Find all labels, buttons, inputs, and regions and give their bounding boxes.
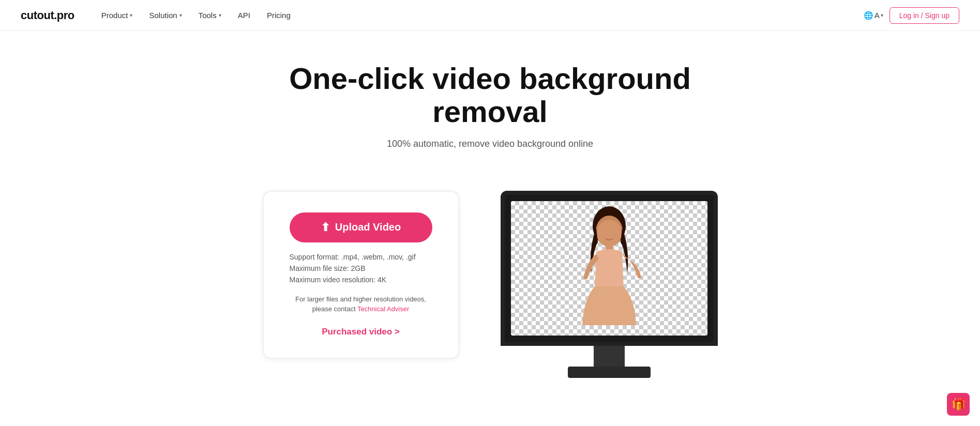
nav-product[interactable]: Product ▾ bbox=[95, 7, 139, 24]
hero-section: One-click video background removal 100% … bbox=[0, 31, 980, 170]
person-figure bbox=[568, 211, 651, 336]
max-file-size-text: Maximum file size: 2GB bbox=[290, 264, 432, 272]
upload-icon: ⬆ bbox=[321, 221, 330, 234]
nav-tools[interactable]: Tools ▾ bbox=[192, 7, 228, 24]
upload-video-button[interactable]: ⬆ Upload Video bbox=[290, 212, 432, 242]
chevron-down-icon: ▾ bbox=[179, 12, 182, 18]
site-logo[interactable]: cutout.pro bbox=[21, 9, 74, 22]
monitor-wrapper bbox=[501, 191, 718, 378]
upload-card: ⬆ Upload Video Support format: .mp4, .we… bbox=[263, 191, 459, 359]
technical-adviser-link[interactable]: Technical Adviser bbox=[357, 305, 409, 313]
person-svg bbox=[568, 206, 651, 336]
language-selector[interactable]: 🌐 A ▾ bbox=[864, 11, 883, 20]
monitor-screen bbox=[501, 191, 718, 346]
nav-solution[interactable]: Solution ▾ bbox=[143, 7, 188, 24]
nav-api-label: API bbox=[238, 11, 250, 20]
max-resolution-text: Maximum video resolution: 4K bbox=[290, 276, 432, 284]
nav-pricing-label: Pricing bbox=[267, 11, 291, 20]
chevron-down-icon: ▾ bbox=[130, 12, 132, 18]
gift-button[interactable]: 🎁 bbox=[947, 393, 970, 409]
upload-info: Support format: .mp4, .webm, .mov, .gif … bbox=[290, 253, 432, 284]
chevron-down-icon: ▾ bbox=[881, 12, 883, 18]
upload-footer: For larger files and higher resolution v… bbox=[290, 294, 432, 314]
upload-button-label: Upload Video bbox=[335, 221, 401, 233]
nav-pricing[interactable]: Pricing bbox=[261, 7, 297, 24]
svg-point-2 bbox=[597, 220, 622, 247]
monitor-stand-neck bbox=[594, 346, 625, 367]
purchased-video-link[interactable]: Purchased video > bbox=[322, 327, 400, 337]
hero-subtitle: 100% automatic, remove video background … bbox=[387, 139, 593, 149]
chevron-down-icon: ▾ bbox=[219, 12, 221, 18]
checkered-background bbox=[511, 201, 707, 336]
hero-title: One-click video background removal bbox=[258, 62, 723, 128]
lang-icon: 🌐 bbox=[864, 11, 873, 20]
monitor-display bbox=[511, 201, 707, 336]
nav-right: 🌐 A ▾ Log in / Sign up bbox=[864, 7, 959, 24]
nav-tools-label: Tools bbox=[199, 11, 217, 20]
nav-product-label: Product bbox=[101, 11, 128, 20]
monitor bbox=[501, 191, 718, 378]
nav-links: Product ▾ Solution ▾ Tools ▾ API Pricing bbox=[95, 7, 864, 24]
lang-label: A bbox=[875, 11, 880, 20]
support-format-text: Support format: .mp4, .webm, .mov, .gif bbox=[290, 253, 432, 261]
monitor-stand-base bbox=[568, 367, 651, 378]
main-content: ⬆ Upload Video Support format: .mp4, .we… bbox=[128, 170, 852, 409]
nav-solution-label: Solution bbox=[149, 11, 177, 20]
navbar: cutout.pro Product ▾ Solution ▾ Tools ▾ … bbox=[0, 0, 980, 31]
nav-api[interactable]: API bbox=[232, 7, 257, 24]
login-button[interactable]: Log in / Sign up bbox=[889, 7, 959, 24]
